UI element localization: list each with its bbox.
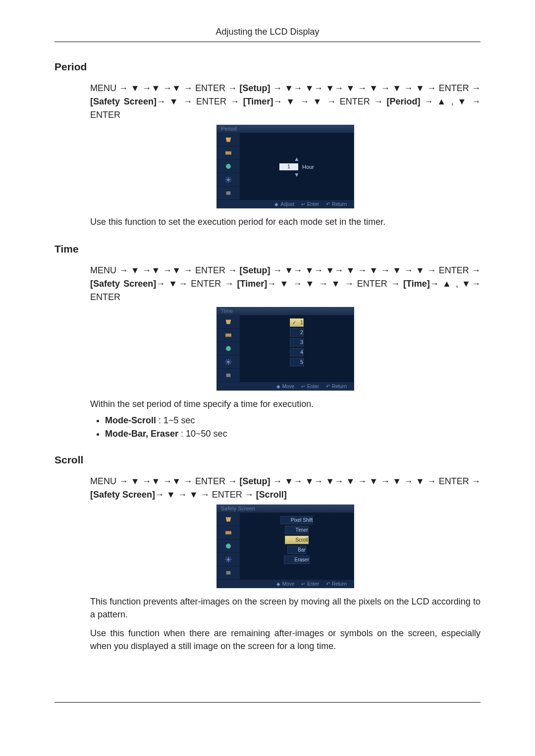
nav-text: → ▼ → ▼ → ENTER → xyxy=(273,97,386,106)
svg-rect-38 xyxy=(226,571,231,575)
time-option-3: 3 xyxy=(290,338,304,347)
mode-icon xyxy=(217,566,240,580)
hint-move: ◆Move xyxy=(276,581,294,587)
page-header-title: Adjusting the LCD Display xyxy=(54,27,481,37)
hint-enter: ↵Enter xyxy=(301,202,319,207)
nav-text: MENU → ▼ →▼ →▼ → ENTER → xyxy=(90,83,240,93)
enter-icon: ↵ xyxy=(301,202,305,207)
period-value-box: 1 xyxy=(279,163,298,170)
enter-icon: ↵ xyxy=(301,384,305,389)
osd-panel: Time ✓1 2 3 4 5 xyxy=(216,307,354,391)
nav-text: MENU → ▼ →▼ →▼ → ENTER → xyxy=(90,476,240,486)
osd-screenshot-scroll: Safety Screen Pixel Shift Timer Scroll B… xyxy=(90,504,481,588)
safety-option-label: Eraser xyxy=(292,557,309,562)
nav-text: → ▼ → ▼ → ENTER → xyxy=(155,490,256,500)
list-item: Mode-Scroll : 1~5 sec xyxy=(105,415,481,426)
svg-line-9 xyxy=(230,181,231,182)
svg-rect-0 xyxy=(226,151,231,154)
svg-line-22 xyxy=(230,363,231,364)
return-icon: ↶ xyxy=(326,581,330,587)
power-icon xyxy=(217,540,240,553)
nav-sequence-time: MENU → ▼ →▼ →▼ → ENTER → [Setup] → ▼→ ▼→… xyxy=(90,264,481,304)
nav-text: → ▼→ ▼→ ▼→ ▼ → ▼ → ▼ → ▼ → ENTER → xyxy=(270,83,481,93)
time-option-label: 1 xyxy=(298,320,303,325)
check-icon: ✓ xyxy=(290,320,298,325)
nav-text: → ▼→ ▼→ ▼→ ▼ → ▼ → ▼ → ▼ → ENTER → xyxy=(270,476,481,486)
svg-rect-13 xyxy=(226,334,231,336)
header-rule xyxy=(54,42,481,42)
svg-line-10 xyxy=(226,181,227,182)
time-option-1: ✓1 xyxy=(290,318,304,327)
safety-option-label: Timer xyxy=(293,527,308,533)
safety-option-bar: Bar xyxy=(287,546,306,554)
osd-title: Period xyxy=(217,125,354,133)
time-option-4: 4 xyxy=(290,348,304,356)
svg-point-16 xyxy=(227,360,229,363)
svg-line-23 xyxy=(226,363,227,364)
osd-main-safety: Pixel Shift Timer Scroll Bar Eraser xyxy=(240,513,354,580)
input-icon xyxy=(217,526,240,540)
nav-text: → ▼→ ENTER → xyxy=(156,279,237,289)
hint-enter: ↵Enter xyxy=(301,384,319,389)
hint-return: ↶Return xyxy=(326,581,347,587)
svg-rect-12 xyxy=(226,192,231,195)
safety-option-pixelshift: Pixel Shift xyxy=(280,516,313,524)
nav-token-setup: [Setup] xyxy=(240,476,270,486)
nav-token-safetyscreen: [Safety Screen] xyxy=(90,490,155,500)
nav-token-timer: [Timer] xyxy=(243,97,273,106)
osd-footer: ◆Move ↵Enter ↶Return xyxy=(217,580,354,588)
time-option-2: 2 xyxy=(290,328,304,337)
nav-text: → ▼→ ▼→ ▼→ ▼ → ▼ → ▼ → ▼ → ENTER → xyxy=(270,265,481,275)
manual-page: Adjusting the LCD Display Period MENU → … xyxy=(0,0,535,756)
section-heading-scroll: Scroll xyxy=(54,454,481,466)
nav-token-timer: [Timer] xyxy=(237,279,268,289)
nav-sequence-period: MENU → ▼ →▼ →▼ → ENTER → [Setup] → ▼→ ▼→… xyxy=(90,82,481,122)
svg-point-29 xyxy=(227,558,229,561)
diamond-icon: ◆ xyxy=(274,202,278,207)
svg-point-3 xyxy=(227,178,229,181)
osd-body: Pixel Shift Timer Scroll Bar Eraser xyxy=(217,513,354,580)
picture-icon xyxy=(217,133,240,147)
svg-rect-26 xyxy=(226,532,231,534)
safety-option-scroll: Scroll xyxy=(285,536,308,544)
time-option-5: 5 xyxy=(290,358,304,366)
power-icon xyxy=(217,342,240,355)
svg-line-37 xyxy=(230,557,231,558)
nav-text: → ▼ → ▼ → ▼ → ENTER → xyxy=(267,279,403,289)
nav-text: MENU → ▼ →▼ →▼ → ENTER → xyxy=(90,265,240,275)
footer-rule xyxy=(54,702,481,703)
svg-line-36 xyxy=(226,561,227,562)
safety-option-label: Bar xyxy=(296,547,306,553)
settings-icon xyxy=(217,355,240,369)
osd-sidebar xyxy=(217,513,240,580)
time-description: Within the set period of time specify a … xyxy=(90,398,481,410)
osd-panel: Period ▲ 1 Hour xyxy=(216,125,354,208)
diamond-icon: ◆ xyxy=(276,581,280,587)
nav-token-period: [Period] xyxy=(387,97,421,106)
hint-return: ↶Return xyxy=(326,384,347,389)
bullet-bold: Mode-Scroll xyxy=(105,415,156,425)
nav-token-setup: [Setup] xyxy=(240,83,270,93)
svg-line-8 xyxy=(226,178,227,179)
svg-line-11 xyxy=(230,178,231,179)
section-body-scroll: MENU → ▼ →▼ →▼ → ENTER → [Setup] → ▼→ ▼→… xyxy=(90,475,481,653)
osd-screenshot-time: Time ✓1 2 3 4 5 xyxy=(90,307,481,391)
safety-option-label: Pixel Shift xyxy=(289,517,313,523)
input-icon xyxy=(217,147,240,160)
osd-panel: Safety Screen Pixel Shift Timer Scroll B… xyxy=(216,504,354,588)
time-option-label: 2 xyxy=(298,330,303,335)
safety-option-timer: Timer xyxy=(285,526,308,534)
nav-text: → ▼ → ENTER → xyxy=(157,97,243,106)
nav-token-setup: [Setup] xyxy=(240,265,270,275)
section-heading-time: Time xyxy=(54,243,481,255)
svg-rect-25 xyxy=(226,374,231,377)
nav-token-scroll: [Scroll] xyxy=(256,490,287,500)
return-icon: ↶ xyxy=(326,384,330,389)
osd-main-time: ✓1 2 3 4 5 xyxy=(240,315,354,382)
scroll-description-2: Use this function when there are remaini… xyxy=(90,627,481,653)
list-item: Mode-Bar, Eraser : 10~50 sec xyxy=(105,429,481,439)
section-body-period: MENU → ▼ →▼ →▼ → ENTER → [Setup] → ▼→ ▼→… xyxy=(90,82,481,228)
hint-adjust: ◆Adjust xyxy=(274,202,294,207)
nav-token-safetyscreen: [Safety Screen] xyxy=(90,97,157,106)
svg-line-21 xyxy=(226,360,227,361)
